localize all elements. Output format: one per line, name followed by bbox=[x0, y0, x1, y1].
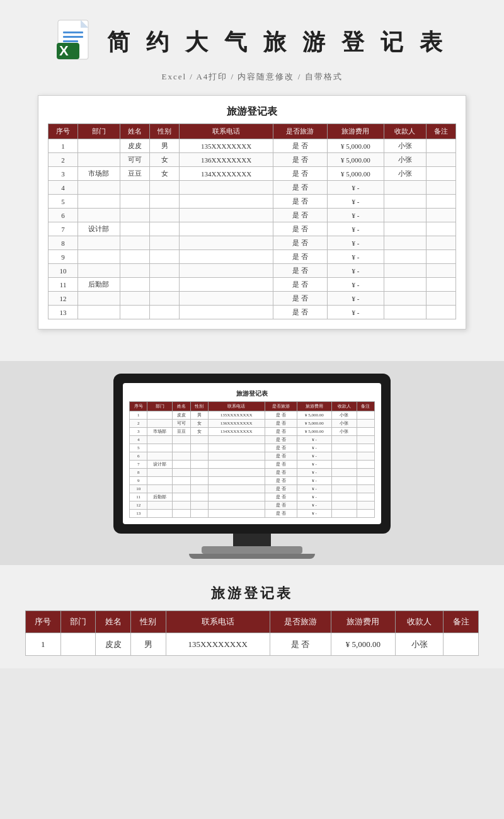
cell-name bbox=[120, 181, 149, 195]
cell-gender bbox=[149, 181, 179, 195]
cell-seq: 7 bbox=[130, 461, 147, 469]
cell-dept bbox=[147, 452, 173, 461]
cell-cost: ¥ - bbox=[327, 278, 384, 292]
cell-dept bbox=[60, 633, 96, 656]
cell-name: 豆豆 bbox=[173, 428, 190, 436]
col-name: 姓名 bbox=[120, 124, 149, 139]
m-col-gender: 性别 bbox=[190, 402, 208, 411]
cell-cost: ¥ 5,000.00 bbox=[297, 411, 332, 420]
cell-cost: ¥ - bbox=[297, 485, 332, 493]
cell-dept bbox=[147, 510, 173, 518]
m-col-note: 备注 bbox=[357, 402, 374, 411]
table-row: 10是 否¥ - bbox=[49, 264, 456, 278]
cell-gender: 男 bbox=[190, 411, 208, 420]
cell-name bbox=[173, 501, 190, 510]
table-row: 12是 否¥ - bbox=[130, 501, 375, 510]
bottom-table-header-row: 序号 部门 姓名 性别 联系电话 是否旅游 旅游费用 收款人 备注 bbox=[26, 611, 479, 633]
table-row: 11后勤部是 否¥ - bbox=[49, 278, 456, 292]
table-row: 10是 否¥ - bbox=[130, 485, 375, 493]
cell-seq: 6 bbox=[49, 209, 78, 222]
cell-gender: 男 bbox=[149, 139, 179, 153]
b-col-seq: 序号 bbox=[26, 611, 61, 633]
header-row: X 简 约 大 气 旅 游 登 记 表 bbox=[57, 19, 447, 66]
table-row: 7设计部是 否¥ - bbox=[49, 222, 456, 236]
table-row: 3市场部豆豆女134XXXXXXXX是 否¥ 5,000.00小张 bbox=[49, 167, 456, 181]
cell-note bbox=[426, 139, 455, 153]
table-row: 13是 否¥ - bbox=[130, 510, 375, 518]
cell-note bbox=[357, 444, 374, 452]
cell-seq: 1 bbox=[26, 633, 61, 656]
cell-gender bbox=[190, 510, 208, 518]
cell-receiver bbox=[384, 292, 426, 306]
monitor-wrapper: 旅游登记表 序号 部门 姓名 性别 联系电话 是否旅游 旅游费用 收款人 备注 bbox=[113, 374, 391, 559]
cell-receiver bbox=[384, 195, 426, 209]
bottom-table-container: 序号 部门 姓名 性别 联系电话 是否旅游 旅游费用 收款人 备注 1皮皮男13… bbox=[25, 610, 479, 656]
cell-seq: 4 bbox=[49, 181, 78, 195]
cell-note bbox=[426, 292, 455, 306]
col-phone: 联系电话 bbox=[180, 124, 273, 139]
cell-travel: 是 否 bbox=[265, 493, 297, 501]
cell-receiver bbox=[331, 493, 357, 501]
cell-cost: ¥ - bbox=[327, 209, 384, 222]
m-col-name: 姓名 bbox=[173, 402, 190, 411]
cell-travel: 是 否 bbox=[265, 485, 297, 493]
cell-cost: ¥ - bbox=[297, 452, 332, 461]
cell-name bbox=[173, 477, 190, 485]
cell-cost: ¥ - bbox=[297, 510, 332, 518]
cell-seq: 8 bbox=[130, 469, 147, 477]
cell-receiver bbox=[331, 452, 357, 461]
table-row: 7设计部是 否¥ - bbox=[130, 461, 375, 469]
cell-cost: ¥ - bbox=[297, 493, 332, 501]
cell-seq: 6 bbox=[130, 452, 147, 461]
cell-cost: ¥ - bbox=[327, 292, 384, 306]
monitor-table-header: 序号 部门 姓名 性别 联系电话 是否旅游 旅游费用 收款人 备注 bbox=[130, 402, 375, 411]
cell-travel: 是 否 bbox=[265, 452, 297, 461]
m-col-dept: 部门 bbox=[147, 402, 173, 411]
cell-receiver bbox=[384, 181, 426, 195]
cell-note bbox=[357, 501, 374, 510]
cell-name bbox=[173, 444, 190, 452]
cell-name bbox=[120, 195, 149, 209]
sheet-title-monitor: 旅游登记表 bbox=[129, 389, 375, 398]
cell-note bbox=[357, 452, 374, 461]
cell-dept bbox=[78, 153, 120, 167]
cell-travel: 是 否 bbox=[273, 139, 327, 153]
cell-name bbox=[173, 510, 190, 518]
cell-phone bbox=[208, 444, 265, 452]
cell-note bbox=[357, 428, 374, 436]
excel-icon: X bbox=[57, 19, 94, 66]
cell-seq: 3 bbox=[130, 428, 147, 436]
table-row: 8是 否¥ - bbox=[130, 469, 375, 477]
cell-gender: 女 bbox=[149, 153, 179, 167]
cell-seq: 13 bbox=[49, 306, 78, 319]
cell-note bbox=[357, 411, 374, 420]
bottom-table-title: 旅游登记表 bbox=[211, 584, 293, 603]
cell-cost: ¥ - bbox=[327, 181, 384, 195]
cell-travel: 是 否 bbox=[265, 510, 297, 518]
cell-cost: ¥ 5,000.00 bbox=[327, 153, 384, 167]
cell-dept bbox=[147, 469, 173, 477]
table-row: 6是 否¥ - bbox=[130, 452, 375, 461]
cell-phone bbox=[208, 493, 265, 501]
svg-rect-5 bbox=[63, 40, 78, 42]
cell-name bbox=[120, 278, 149, 292]
monitor-base bbox=[202, 546, 302, 554]
cell-travel: 是 否 bbox=[273, 195, 327, 209]
cell-cost: ¥ - bbox=[297, 444, 332, 452]
cell-dept bbox=[78, 250, 120, 264]
table-row: 2可可女136XXXXXXXX是 否¥ 5,000.00小张 bbox=[49, 153, 456, 167]
cell-gender bbox=[190, 452, 208, 461]
registration-table-monitor: 序号 部门 姓名 性别 联系电话 是否旅游 旅游费用 收款人 备注 1皮皮男13… bbox=[129, 401, 375, 518]
cell-travel: 是 否 bbox=[273, 278, 327, 292]
cell-receiver bbox=[331, 501, 357, 510]
cell-phone bbox=[180, 278, 273, 292]
cell-note bbox=[426, 306, 455, 319]
cell-seq: 1 bbox=[130, 411, 147, 420]
cell-phone bbox=[180, 222, 273, 236]
cell-dept bbox=[78, 264, 120, 278]
cell-cost: ¥ - bbox=[327, 250, 384, 264]
cell-note bbox=[426, 236, 455, 250]
cell-dept bbox=[78, 209, 120, 222]
cell-name bbox=[173, 493, 190, 501]
cell-dept bbox=[147, 411, 173, 420]
